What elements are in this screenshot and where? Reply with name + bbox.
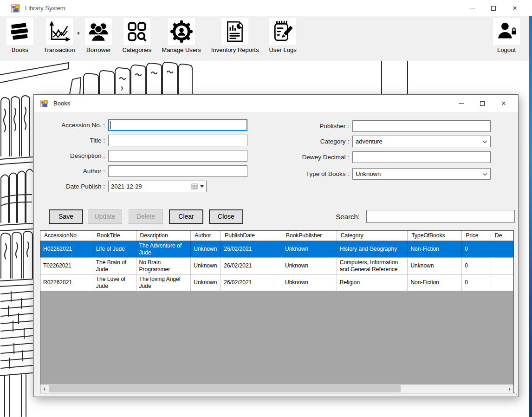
toolbar-button-inventory-reports[interactable]: Inventory Reports [211, 18, 259, 53]
toolbar-button-categories[interactable]: Categories [122, 18, 151, 53]
toolbar-label: Books [12, 46, 28, 53]
cell-price: 0 [462, 258, 491, 274]
toolbar-label: Logout [497, 46, 516, 53]
delete-button: Delete [129, 209, 163, 224]
column-header-accessionno[interactable]: AccessionNo [40, 231, 93, 241]
cell-accessionno: R02262021 [40, 274, 93, 291]
toolbar-button-user-logs[interactable]: User Logs [269, 18, 296, 53]
cell-de [491, 274, 513, 291]
category-select[interactable]: adventure [352, 136, 491, 147]
column-header-price[interactable]: Price [462, 231, 491, 241]
column-header-description[interactable]: Description [136, 231, 191, 241]
scrollbar-track[interactable] [48, 384, 506, 393]
dewey-decimal-input[interactable] [352, 151, 491, 163]
dewey-decimal-row: Dewey Decimal : [274, 151, 493, 163]
title-label: Title : [47, 137, 108, 144]
selected-value: adventure [356, 138, 482, 145]
maximize-icon[interactable] [483, 0, 504, 16]
author-row: Author : [47, 165, 251, 177]
grid-header-row: AccessionNoBookTitleDescriptionAuthorPub… [40, 231, 513, 241]
column-header-booktitle[interactable]: BookTitle [93, 231, 136, 241]
table-row[interactable]: T02262021The Brain of JudeNo Brain Progr… [40, 258, 513, 274]
column-header-category[interactable]: Category [337, 231, 408, 241]
date-publish-label: Date Publish : [47, 183, 108, 190]
books-data-grid: AccessionNoBookTitleDescriptionAuthorPub… [40, 230, 514, 393]
main-titlebar: Library System × [0, 0, 532, 16]
description-label: Description : [47, 152, 108, 159]
cell-typeofbooks: Unknown [408, 258, 462, 274]
resize-grip[interactable] [513, 392, 517, 396]
search-input[interactable] [366, 210, 515, 223]
minimize-icon[interactable] [461, 0, 483, 16]
column-header-de[interactable]: De [491, 231, 513, 241]
cell-category: History and Geography [337, 241, 408, 257]
cell-bookpublisher: Unknown [282, 258, 337, 274]
cell-accessionno: T02262021 [40, 258, 93, 274]
search-label: Search: [266, 213, 360, 221]
column-header-bookpublisher[interactable]: BookPublisher [282, 231, 337, 241]
search-row: Search: [266, 210, 515, 223]
publisher-input[interactable] [352, 120, 491, 132]
column-header-author[interactable]: Author [191, 231, 221, 241]
chevron-down-icon[interactable] [482, 170, 487, 177]
cell-publishdate: 26/02/2021 [221, 241, 282, 257]
books-titlebar: Books × [34, 95, 518, 112]
toolbar-label: Manage Users [162, 46, 201, 53]
cell-category: Computers, Information and General Refer… [337, 258, 408, 274]
date-dropdown-icon[interactable] [200, 185, 204, 188]
user-logs-icon [269, 18, 296, 45]
scroll-left-icon[interactable]: ‹ [40, 384, 48, 393]
cell-bookpublisher: Ubknown [282, 274, 337, 291]
books-close-icon[interactable]: × [493, 95, 514, 111]
category-row: Category :adventure [274, 135, 493, 148]
dewey-decimal-label: Dewey Decimal : [274, 154, 352, 161]
main-window-title: Library System [25, 5, 65, 12]
column-header-publishdate[interactable]: PublishDate [221, 231, 282, 241]
description-input[interactable] [108, 150, 247, 162]
cell-publishdate: 26/02/2021 [221, 258, 282, 274]
app-icon [11, 4, 20, 13]
close-button[interactable]: Close [209, 209, 243, 224]
clear-button[interactable]: Clear [169, 209, 203, 224]
close-icon[interactable]: × [504, 0, 526, 16]
table-row[interactable]: H02262021Life of JudeThe Adventure of Ju… [40, 241, 513, 258]
save-button[interactable]: Save [49, 209, 83, 224]
books-window-icon [40, 99, 49, 108]
text-cursor [110, 121, 111, 129]
cell-description: No Brain Programmer [136, 258, 191, 274]
cell-author: Unknown [191, 241, 221, 257]
accession-no-input[interactable] [108, 119, 247, 131]
column-header-typeofbooks[interactable]: TypeOfBooks [408, 231, 462, 241]
cell-de [491, 258, 513, 274]
toolbar-button-books[interactable]: Books [6, 18, 33, 53]
type-of-books-select[interactable]: Unknown [352, 168, 491, 180]
author-input[interactable] [108, 165, 247, 177]
scrollbar-thumb[interactable] [49, 385, 401, 392]
books-minimize-icon[interactable] [450, 95, 472, 111]
books-maximize-icon[interactable] [472, 95, 493, 111]
cell-bookpublisher: Unknown [282, 241, 337, 257]
publisher-row: Publisher : [274, 120, 493, 132]
chevron-down-icon[interactable]: ▼ [77, 31, 81, 36]
cell-category: Religion [337, 274, 408, 291]
toolbar-button-borrower[interactable]: Borrower [85, 18, 112, 53]
cell-publishdate: 26/02/2021 [221, 274, 282, 291]
date-publish-row: Date Publish : 2021-12-29 [47, 180, 251, 193]
main-toolbar: BooksTransaction▼BorrowerCategoriesManag… [0, 16, 532, 61]
cell-typeofbooks: Non-Fiction [408, 241, 462, 257]
toolbar-button-transaction[interactable]: Transaction▼ [44, 18, 75, 53]
cell-typeofbooks: Non-Fiction [408, 274, 462, 291]
cell-price: 0 [462, 274, 491, 291]
toolbar-button-manage-users[interactable]: Manage Users [162, 18, 201, 53]
chevron-down-icon[interactable] [482, 138, 487, 145]
date-publish-picker[interactable]: 2021-12-29 [108, 181, 207, 192]
inventory-reports-icon [221, 18, 248, 45]
toolbar-label: Transaction [44, 46, 75, 53]
scroll-right-icon[interactable]: › [506, 384, 513, 393]
cell-booktitle: The Brain of Jude [93, 258, 136, 274]
toolbar-button-logout[interactable]: Logout [493, 18, 520, 53]
cell-de [491, 241, 513, 257]
title-row: Title : [47, 134, 251, 147]
table-row[interactable]: R02262021The Love of JudeThe loving Ange… [40, 274, 513, 291]
title-input[interactable] [108, 135, 247, 146]
